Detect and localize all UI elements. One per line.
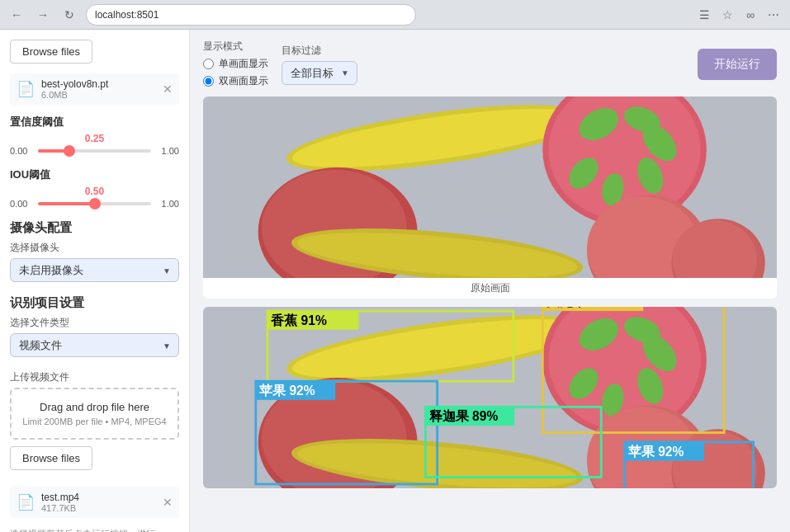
iou-max: 1.00 (156, 199, 179, 209)
model-file-close-button[interactable]: ✕ (163, 82, 173, 96)
display-mode-group: 显示模式 单画面显示 双画面显示 (203, 40, 268, 88)
radio-dual-label: 双画面显示 (219, 74, 268, 88)
extensions-button[interactable]: ∞ (740, 5, 760, 25)
confidence-slider-row: 0.00 1.00 (10, 146, 179, 156)
model-file-item: 📄 best-yolov8n.pt 6.0MB ✕ (10, 73, 179, 105)
uploaded-file-name: test.mp4 (41, 492, 156, 503)
recognition-section: 识别项目设置 选择文件类型 视频文件 (10, 295, 179, 357)
confidence-section: 置信度阈值 0.25 0.00 1.00 (10, 115, 179, 156)
original-image-svg (203, 97, 777, 278)
camera-config-title: 摄像头配置 (10, 220, 179, 236)
address-bar[interactable]: localhost:8501 (86, 4, 416, 26)
svg-text:苹果  92%: 苹果 92% (259, 384, 315, 398)
sidebar: Browse files 📄 best-yolov8n.pt 6.0MB ✕ 置… (0, 30, 190, 532)
confidence-label: 置信度阈值 (10, 115, 179, 129)
iou-slider[interactable] (38, 202, 151, 205)
display-mode-label: 显示模式 (203, 40, 268, 54)
confidence-min: 0.00 (10, 146, 33, 156)
radio-dual: 双画面显示 (203, 74, 268, 88)
dropzone-limit: Limit 200MB per file • MP4, MPEG4 (21, 417, 168, 426)
dropzone[interactable]: Drag and drop file here Limit 200MB per … (10, 388, 179, 440)
file-type-select-wrapper: 视频文件 (10, 333, 179, 357)
confidence-value: 0.25 (10, 133, 179, 144)
camera-config-section: 摄像头配置 选择摄像头 未启用摄像头 (10, 220, 179, 282)
svg-text:香蕉  91%: 香蕉 91% (271, 313, 327, 327)
svg-text:释迦果 89%: 释迦果 89% (429, 409, 499, 423)
target-filter-group: 目标过滤 全部目标 (281, 44, 357, 85)
recognition-title: 识别项目设置 (10, 295, 179, 311)
radio-single: 单画面显示 (203, 57, 268, 71)
run-button[interactable]: 开始运行 (698, 49, 777, 80)
uploaded-file-icon: 📄 (17, 493, 35, 511)
camera-select[interactable]: 未启用摄像头 (10, 258, 179, 282)
radio-single-label: 单画面显示 (219, 57, 268, 71)
top-browse-files-button[interactable]: Browse files (10, 40, 92, 64)
uploaded-file-close-button[interactable]: ✕ (163, 496, 173, 509)
camera-sublabel: 选择摄像头 (10, 241, 179, 255)
file-type-label: 选择文件类型 (10, 316, 179, 330)
content-area: 显示模式 单画面显示 双画面显示 目标过滤 全部目标 (190, 30, 790, 532)
target-select[interactable]: 全部目标 (281, 61, 357, 85)
radio-dual-input[interactable] (203, 76, 214, 87)
iou-section: IOU阈值 0.50 0.00 1.00 (10, 167, 179, 209)
app-container: Browse files 📄 best-yolov8n.pt 6.0MB ✕ 置… (0, 30, 790, 532)
target-filter-label: 目标过滤 (281, 44, 357, 58)
iou-value: 0.50 (10, 186, 179, 197)
target-select-wrapper: 全部目标 (281, 61, 357, 85)
model-file-info: best-yolov8n.pt 6.0MB (41, 78, 156, 100)
detection-image-canvas: 香蕉 91% 大龙果 85% 苹果 92% 释迦果 89% (203, 307, 777, 488)
iou-min: 0.00 (10, 199, 33, 209)
file-icon: 📄 (17, 80, 35, 98)
iou-label: IOU阈值 (10, 167, 179, 182)
detection-image-panel: 香蕉 91% 大龙果 85% 苹果 92% 释迦果 89% (203, 307, 777, 488)
bottom-hint: 选择视频剪裁后点击运行按钮，进行... (10, 528, 179, 532)
confidence-slider[interactable] (38, 149, 151, 153)
original-image-label: 原始画面 (203, 278, 777, 299)
original-image-canvas (203, 97, 777, 278)
reader-mode-button[interactable]: ☰ (694, 5, 714, 25)
radio-single-input[interactable] (203, 59, 214, 69)
forward-button[interactable]: → (33, 5, 53, 25)
browser-chrome: ← → ↻ localhost:8501 ☰ ☆ ∞ ⋯ (0, 0, 790, 30)
original-image-panel: 原始画面 (203, 97, 777, 299)
back-button[interactable]: ← (7, 5, 26, 25)
browse-files-button[interactable]: Browse files (10, 446, 92, 470)
confidence-max: 1.00 (156, 146, 179, 156)
uploaded-file-item: 📄 test.mp4 417.7KB ✕ (10, 487, 179, 518)
menu-button[interactable]: ⋯ (764, 5, 783, 25)
model-file-name: best-yolov8n.pt (41, 78, 156, 90)
upload-label: 上传视频文件 (10, 370, 179, 384)
svg-text:大龙果 85%: 大龙果 85% (546, 307, 616, 308)
dropzone-title: Drag and drop file here (21, 401, 168, 413)
url-text: localhost:8501 (95, 9, 158, 21)
detection-image-svg: 香蕉 91% 大龙果 85% 苹果 92% 释迦果 89% (203, 307, 777, 488)
file-type-select[interactable]: 视频文件 (10, 333, 179, 357)
controls-row: 显示模式 单画面显示 双画面显示 目标过滤 全部目标 (203, 40, 777, 88)
model-file-size: 6.0MB (41, 90, 156, 100)
bookmark-button[interactable]: ☆ (717, 5, 737, 25)
browser-tools: ☰ ☆ ∞ ⋯ (694, 5, 783, 25)
uploaded-file-size: 417.7KB (41, 503, 156, 513)
svg-text:苹果  92%: 苹果 92% (628, 445, 684, 459)
camera-select-wrapper: 未启用摄像头 (10, 258, 179, 282)
uploaded-file-info: test.mp4 417.7KB (41, 492, 156, 513)
upload-section: 上传视频文件 Drag and drop file here Limit 200… (10, 370, 179, 518)
iou-slider-row: 0.00 1.00 (10, 199, 179, 209)
refresh-button[interactable]: ↻ (59, 5, 79, 25)
